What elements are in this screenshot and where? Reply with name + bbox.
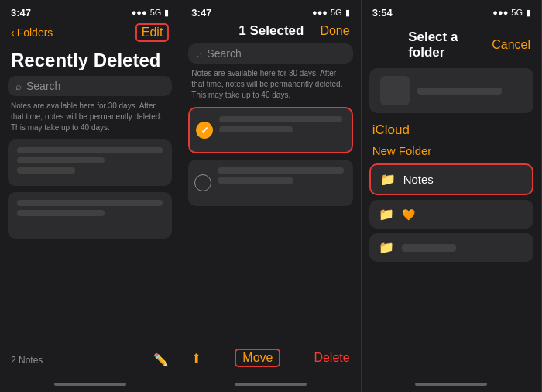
icloud-section-label: iCloud bbox=[362, 119, 541, 141]
time-1: 3:47 bbox=[11, 7, 31, 19]
chevron-left-icon-1: ‹ bbox=[11, 26, 15, 39]
time-2: 3:47 bbox=[191, 7, 211, 19]
done-button[interactable]: Done bbox=[320, 24, 349, 38]
folder-icon-blurred: 📁 bbox=[379, 240, 394, 255]
status-bar-3: 3:54 ●●● 5G ▮ bbox=[362, 0, 541, 22]
new-folder-button[interactable]: New Folder bbox=[362, 141, 541, 163]
search-bar-2[interactable]: ⌕ Search bbox=[188, 43, 352, 64]
network-icon-3: 5G bbox=[511, 8, 523, 17]
notes-list-1 bbox=[0, 139, 180, 242]
modal-title: Select a folder bbox=[408, 29, 492, 60]
folder-thumb-label bbox=[417, 88, 502, 95]
folder-top-item[interactable] bbox=[369, 68, 533, 113]
home-indicator-2 bbox=[235, 383, 307, 386]
page-title-1: Recently Deleted bbox=[0, 46, 180, 76]
nav-bar-2: 1 Selected Done bbox=[180, 22, 360, 43]
signal-icon-2: ●●● bbox=[312, 8, 328, 17]
signal-icon-1: ●●● bbox=[132, 8, 147, 17]
delete-button[interactable]: Delete bbox=[314, 351, 349, 365]
note-blur-title-2 bbox=[17, 200, 163, 206]
info-text-1: Notes are available here for 30 days. Af… bbox=[0, 101, 180, 139]
edit-button[interactable]: Edit bbox=[136, 23, 170, 42]
screen-selected: 3:47 ●●● 5G ▮ 1 Selected Done ⌕ Search N… bbox=[180, 0, 361, 392]
battery-icon-3: ▮ bbox=[526, 8, 530, 18]
folder-name-notes: Notes bbox=[403, 173, 523, 186]
notes-list-2: ✓ bbox=[180, 107, 360, 225]
notes-count-label: 2 Notes bbox=[11, 355, 43, 366]
selection-empty-circle bbox=[194, 174, 211, 191]
note-blur-body-3 bbox=[17, 210, 105, 216]
signal-icon-3: ●●● bbox=[492, 8, 508, 17]
search-bar-1[interactable]: ⌕ Search bbox=[8, 76, 172, 96]
compose-icon[interactable]: ✏️ bbox=[153, 352, 169, 367]
home-indicator-1 bbox=[54, 383, 126, 386]
info-text-2: Notes are available here for 30 days. Af… bbox=[180, 68, 360, 107]
home-indicator-3 bbox=[415, 383, 487, 386]
folder-emoji-icon: 🧡 bbox=[402, 208, 415, 221]
battery-icon-2: ▮ bbox=[345, 8, 350, 18]
move-button[interactable]: Move bbox=[235, 349, 280, 367]
battery-icon-1: ▮ bbox=[164, 8, 169, 18]
back-button-1[interactable]: ‹ Folders bbox=[11, 26, 53, 39]
note-blur-body-2 bbox=[17, 167, 75, 174]
screen-select-folder: 3:54 ●●● 5G ▮ Select a folder Cancel iCl… bbox=[362, 0, 542, 392]
note-blur-title-1 bbox=[17, 147, 163, 153]
note-item-1[interactable] bbox=[8, 139, 172, 186]
network-icon-1: 5G bbox=[150, 8, 162, 17]
cancel-button[interactable]: Cancel bbox=[492, 38, 530, 52]
selected-title: 1 Selected bbox=[238, 23, 304, 39]
folder-row-blurred[interactable]: 📁 bbox=[369, 233, 533, 262]
note-blur-body-4 bbox=[219, 126, 293, 132]
back-label-1: Folders bbox=[17, 26, 53, 39]
check-icon: ✓ bbox=[201, 125, 209, 136]
folder-row-emoji[interactable]: 📁 🧡 bbox=[369, 200, 533, 229]
status-icons-2: ●●● 5G ▮ bbox=[312, 8, 350, 18]
modal-header: Select a folder Cancel bbox=[362, 22, 541, 68]
note-item-unselected-1[interactable] bbox=[188, 160, 352, 206]
status-bar-2: 3:47 ●●● 5G ▮ bbox=[180, 0, 360, 22]
nav-bar-1: ‹ Folders Edit bbox=[0, 22, 180, 46]
note-blur-title-4 bbox=[218, 167, 343, 174]
search-placeholder-1: Search bbox=[26, 80, 60, 92]
network-icon-2: 5G bbox=[331, 8, 342, 17]
note-blur-body-5 bbox=[218, 177, 293, 184]
folder-thumb-preview bbox=[380, 76, 410, 105]
note-item-selected-1[interactable]: ✓ bbox=[188, 107, 352, 153]
selection-filled-circle: ✓ bbox=[196, 122, 213, 139]
search-icon-1: ⌕ bbox=[15, 81, 22, 92]
folder-row-notes[interactable]: 📁 Notes bbox=[369, 163, 533, 195]
bottom-toolbar-1: 2 Notes ✏️ bbox=[0, 346, 180, 380]
bottom-toolbar-2: ⬆ Move Delete bbox=[180, 342, 360, 380]
search-placeholder-2: Search bbox=[207, 47, 241, 60]
status-bar-1: 3:47 ●●● 5G ▮ bbox=[0, 0, 180, 22]
screen-recently-deleted: 3:47 ●●● 5G ▮ ‹ Folders Edit Recently De… bbox=[0, 0, 180, 392]
status-icons-1: ●●● 5G ▮ bbox=[132, 8, 170, 18]
note-blur-body-1 bbox=[17, 157, 105, 163]
time-3: 3:54 bbox=[372, 7, 393, 19]
note-blur-title-3 bbox=[219, 116, 341, 122]
status-icons-3: ●●● 5G ▮ bbox=[492, 8, 530, 18]
note-item-2[interactable] bbox=[8, 192, 172, 239]
folder-icon-notes: 📁 bbox=[380, 172, 396, 187]
folder-icon-emoji: 📁 bbox=[379, 207, 394, 222]
move-to-icon[interactable]: ⬆ bbox=[191, 351, 201, 366]
folder-name-blurred bbox=[402, 244, 456, 252]
search-icon-2: ⌕ bbox=[196, 48, 202, 60]
folder-list: 📁 Notes 📁 🧡 📁 bbox=[362, 163, 541, 266]
